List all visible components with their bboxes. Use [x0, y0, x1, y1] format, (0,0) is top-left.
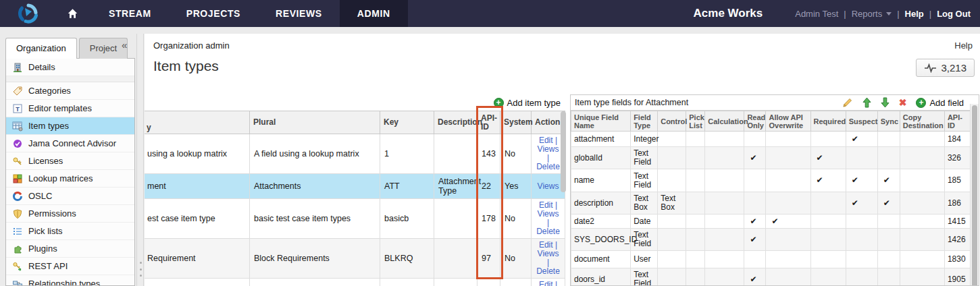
activity-count-button[interactable]: 3,213 — [916, 59, 975, 77]
col-copy-destination[interactable]: Copy Destination — [900, 111, 944, 132]
col-plural[interactable]: Plural — [250, 111, 380, 134]
sync-check — [877, 268, 900, 286]
shield-icon — [12, 208, 23, 219]
add-field-button[interactable]: + Add field — [916, 98, 964, 108]
reports-menu[interactable]: Reports — [852, 9, 892, 19]
col-suspect[interactable]: Suspect — [846, 111, 877, 132]
cell-field-type: Text Field — [631, 229, 658, 251]
field-row[interactable]: globalId Text Field ✔ ✔ 326 — [571, 147, 971, 169]
col-name[interactable]: y — [145, 111, 250, 134]
table-row-selected[interactable]: ment Attachments ATT Attachment Type 22 … — [145, 174, 565, 199]
tab-organization[interactable]: Organization — [5, 38, 77, 59]
fields-scrollbar[interactable] — [970, 104, 979, 285]
col-pick-list[interactable]: Pick List — [686, 111, 705, 132]
sidebar-item-relationship-types[interactable]: Relationship types — [6, 275, 134, 286]
field-row[interactable]: doors_id Text Field ✔ 1905 — [571, 268, 971, 286]
panel-splitter[interactable] — [136, 34, 144, 286]
sidebar-item-plugins[interactable]: Plugins — [6, 240, 134, 258]
cell-pick-list — [686, 169, 705, 192]
col-action[interactable]: Action — [532, 111, 565, 134]
svg-text:T: T — [16, 105, 20, 112]
table-row[interactable]: Verification Brake Verifications BRKVeri… — [145, 279, 565, 286]
col-system[interactable]: System — [500, 111, 532, 134]
sidebar-item-lookup-matrices[interactable]: Lookup matrices — [6, 170, 134, 188]
sidebar-item-licenses[interactable]: Licenses — [6, 152, 134, 170]
cell-api-id: 1905 — [944, 268, 970, 286]
nav-reviews[interactable]: REVIEWS — [258, 0, 340, 27]
allow-api-overwrite-check — [766, 192, 810, 214]
col-api-id[interactable]: API-ID — [944, 111, 970, 132]
sidebar-item-label: Details — [28, 62, 55, 72]
user-name[interactable]: Admin Test — [795, 9, 838, 19]
sidebar-collapse-button[interactable]: « — [122, 39, 127, 51]
table-row[interactable]: using a lookup matrix A field using a lo… — [145, 134, 565, 174]
remove-field-button[interactable]: ✖ — [899, 97, 907, 108]
edit-field-button[interactable] — [842, 97, 853, 108]
col-unique-field-name[interactable]: Unique Field Name — [571, 111, 631, 132]
nav-admin[interactable]: ADMIN — [340, 0, 408, 27]
item-types-scrollbar[interactable] — [561, 111, 566, 192]
nav-stream[interactable]: STREAM — [91, 0, 169, 27]
cell-calculation — [705, 268, 744, 286]
col-read-only[interactable]: Read Only — [744, 111, 766, 132]
field-row[interactable]: SYS_DOORS_ID Text Field ✔ 1426 — [571, 229, 971, 251]
delete-link[interactable]: Delete — [536, 267, 561, 276]
sidebar-item-details[interactable]: Details — [6, 59, 134, 76]
nav-projects[interactable]: PROJECTS — [169, 0, 258, 27]
field-row[interactable]: description Text Box Text Box ✔ ✔ 186 — [571, 192, 971, 214]
col-calculation[interactable]: Calculation — [705, 111, 744, 132]
col-control[interactable]: Control — [658, 111, 686, 132]
tab-project[interactable]: Project — [79, 38, 128, 59]
sidebar-item-jama-connect-advisor[interactable]: Jama Connect Advisor — [6, 135, 134, 152]
sidebar-item-rest-api[interactable]: REST API — [6, 258, 134, 275]
views-link[interactable]: Views | — [536, 145, 561, 163]
logout-link[interactable]: Log Out — [937, 9, 971, 19]
col-api-id[interactable]: API-ID — [478, 111, 500, 134]
sidebar-item-permissions[interactable]: Permissions — [6, 205, 134, 223]
views-link[interactable]: Views | — [536, 210, 561, 227]
sidebar-item-pick-lists[interactable]: Pick lists — [6, 223, 134, 240]
edit-link[interactable]: Edit | — [536, 281, 561, 286]
delete-link[interactable]: Delete — [536, 163, 561, 171]
fields-panel-titlebar: Item type fields for Attachment ✖ + Add … — [571, 95, 979, 111]
field-row[interactable]: attachment Integer ✔ 184 — [571, 132, 971, 147]
field-row[interactable]: document User 1830 — [571, 251, 971, 268]
col-required[interactable]: Required — [810, 111, 846, 132]
views-link[interactable]: Views | — [536, 250, 561, 267]
required-check — [810, 132, 846, 147]
help-link-top[interactable]: Help — [905, 9, 924, 19]
cell-control — [658, 268, 686, 286]
cell-plural: A field using a lookup matrix — [250, 134, 380, 174]
col-allow-api-overwrite[interactable]: Allow API Overwrite — [766, 111, 810, 132]
item-types-toolbar: + Add item type — [145, 94, 566, 111]
sidebar-item-oslc[interactable]: OSLC — [6, 188, 134, 205]
allow-api-overwrite-check — [766, 147, 810, 169]
separator: | — [929, 9, 931, 19]
table-row[interactable]: Requirement Block Requirements BLKRQ 97 … — [145, 239, 565, 279]
suspect-check — [846, 214, 877, 229]
views-link[interactable]: Views — [536, 182, 561, 191]
cell-plural: Brake Verifications — [250, 279, 380, 286]
help-link[interactable]: Help — [954, 40, 973, 51]
move-field-up-button[interactable] — [862, 97, 871, 108]
home-button[interactable] — [54, 0, 91, 27]
table-row[interactable]: est case item type basic test case item … — [145, 199, 565, 239]
read-only-check — [744, 192, 766, 214]
sidebar-item-item-types[interactable]: Item types — [6, 117, 134, 135]
item-types-table: y Plural Key Description API-ID System A… — [145, 111, 565, 286]
col-field-type[interactable]: Field Type — [631, 111, 658, 132]
cell-actions: Edit |Views |Delete — [532, 279, 565, 286]
sidebar-item-categories[interactable]: Categories — [6, 82, 134, 100]
cell-name: Requirement — [145, 239, 250, 279]
jama-logo[interactable] — [0, 0, 54, 27]
col-key[interactable]: Key — [380, 111, 434, 134]
sidebar-item-editor-templates[interactable]: T Editor templates — [6, 100, 134, 117]
field-row[interactable]: name Text Field ✔ ✔ ✔ 185 — [571, 169, 971, 192]
col-description[interactable]: Description — [434, 111, 478, 134]
move-field-down-button[interactable] — [881, 97, 889, 108]
add-item-type-button[interactable]: + Add item type — [494, 98, 561, 108]
col-sync[interactable]: Sync — [877, 111, 900, 132]
field-row[interactable]: date2 Date ✔ ✔ 1415 — [571, 214, 971, 229]
fields-scrollbar-thumb[interactable] — [972, 105, 977, 285]
delete-link[interactable]: Delete — [536, 227, 561, 236]
